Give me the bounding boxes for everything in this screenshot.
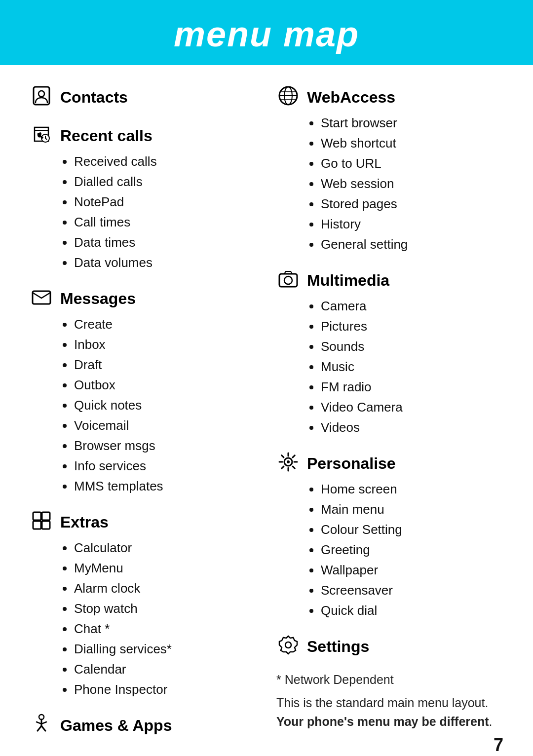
list-item: Dialled calls (74, 172, 257, 191)
section-webaccess: WebAccess Start browser Web shortcut Go … (276, 85, 503, 254)
svg-point-12 (284, 276, 292, 284)
section-extras: Extras Calculator MyMenu Alarm clock Sto… (30, 510, 257, 699)
svg-rect-7 (42, 521, 50, 529)
multimedia-list: Camera Pictures Sounds Music FM radio Vi… (321, 297, 503, 437)
section-personalise: Personalise Home screen Main menu Colour… (276, 451, 503, 620)
list-item: Calculator (74, 538, 257, 558)
section-messages-header: Messages (30, 286, 257, 311)
list-item: Main menu (321, 500, 503, 519)
list-item: Stop watch (74, 599, 257, 618)
list-item: Data times (74, 233, 257, 252)
webaccess-icon (276, 85, 300, 110)
content-area: Contacts Recent calls (0, 65, 533, 756)
list-item: Info services (74, 456, 257, 476)
list-item: Calendar (74, 660, 257, 679)
list-item: NotePad (74, 192, 257, 212)
section-games: Games & Apps (30, 713, 257, 738)
list-item: Alarm clock (74, 579, 257, 598)
multimedia-title: Multimedia (307, 271, 389, 290)
list-item: Go to URL (321, 154, 503, 173)
recent-calls-icon (30, 123, 53, 148)
settings-icon (276, 634, 300, 659)
list-item: Web shortcut (321, 134, 503, 153)
svg-point-14 (287, 460, 290, 463)
settings-title: Settings (307, 638, 369, 656)
section-multimedia: Multimedia Camera Pictures Sounds Music … (276, 268, 503, 437)
personalise-icon (276, 451, 300, 476)
list-item: Web session (321, 174, 503, 193)
list-item: Wallpaper (321, 561, 503, 580)
list-item: Data volumes (74, 253, 257, 272)
section-recent-calls-header: Recent calls (30, 123, 257, 148)
extras-list: Calculator MyMenu Alarm clock Stop watch… (74, 538, 257, 699)
page-number: 7 (494, 735, 503, 756)
messages-list: Create Inbox Draft Outbox Quick notes Vo… (74, 315, 257, 496)
svg-rect-6 (42, 512, 50, 520)
recent-calls-list: Received calls Dialled calls NotePad Cal… (74, 152, 257, 272)
section-contacts: Contacts (30, 85, 257, 110)
extras-title: Extras (60, 513, 109, 531)
svg-rect-5 (33, 521, 41, 529)
list-item: Quick notes (74, 396, 257, 415)
list-item: Pictures (321, 317, 503, 336)
section-personalise-header: Personalise (276, 451, 503, 476)
webaccess-title: WebAccess (307, 88, 395, 107)
list-item: Call times (74, 213, 257, 232)
list-item: Received calls (74, 152, 257, 171)
extras-icon (30, 510, 53, 534)
contacts-title: Contacts (60, 88, 128, 107)
list-item: Browser msgs (74, 436, 257, 455)
section-games-header: Games & Apps (30, 713, 257, 738)
list-item: Video Camera (321, 398, 503, 417)
list-item: Screensaver (321, 581, 503, 600)
list-item: Inbox (74, 335, 257, 354)
section-webaccess-header: WebAccess (276, 85, 503, 110)
svg-point-15 (285, 642, 291, 648)
list-item: Draft (74, 355, 257, 375)
list-item: Outbox (74, 376, 257, 395)
list-item: Greeting (321, 540, 503, 560)
list-item: Colour Setting (321, 520, 503, 539)
list-item: Create (74, 315, 257, 334)
list-item: Chat * (74, 619, 257, 639)
list-item: Sounds (321, 337, 503, 356)
list-item: FM radio (321, 378, 503, 397)
list-item: Voicemail (74, 416, 257, 435)
list-item: Stored pages (321, 194, 503, 214)
list-item: General setting (321, 235, 503, 254)
personalise-list: Home screen Main menu Colour Setting Gre… (321, 480, 503, 620)
list-item: Start browser (321, 113, 503, 133)
list-item: Dialling services* (74, 640, 257, 659)
svg-point-1 (38, 91, 44, 97)
network-note: * Network Dependent (276, 673, 503, 687)
webaccess-list: Start browser Web shortcut Go to URL Web… (321, 113, 503, 254)
multimedia-icon (276, 268, 300, 293)
list-item: Home screen (321, 480, 503, 499)
left-column: Contacts Recent calls (30, 85, 266, 752)
contacts-icon (30, 85, 53, 110)
section-settings: Settings (276, 634, 503, 659)
personalise-title: Personalise (307, 454, 396, 473)
list-item: Quick dial (321, 601, 503, 620)
list-item: MMS templates (74, 477, 257, 496)
section-contacts-header: Contacts (30, 85, 257, 110)
games-title: Games & Apps (60, 717, 172, 735)
messages-title: Messages (60, 290, 136, 308)
recent-calls-title: Recent calls (60, 127, 152, 145)
list-item: MyMenu (74, 559, 257, 578)
footer-note: This is the standard main menu layout. Y… (276, 694, 503, 731)
list-item: Music (321, 357, 503, 377)
messages-icon (30, 286, 53, 311)
page-header: menu map (0, 0, 533, 65)
list-item: History (321, 215, 503, 234)
section-extras-header: Extras (30, 510, 257, 534)
section-messages: Messages Create Inbox Draft Outbox Quick… (30, 286, 257, 496)
list-item: Camera (321, 297, 503, 316)
section-settings-header: Settings (276, 634, 503, 659)
svg-rect-4 (33, 512, 41, 520)
section-multimedia-header: Multimedia (276, 268, 503, 293)
list-item: Videos (321, 418, 503, 437)
right-column: WebAccess Start browser Web shortcut Go … (266, 85, 503, 752)
page-title: menu map (0, 14, 533, 54)
games-icon (30, 713, 53, 738)
